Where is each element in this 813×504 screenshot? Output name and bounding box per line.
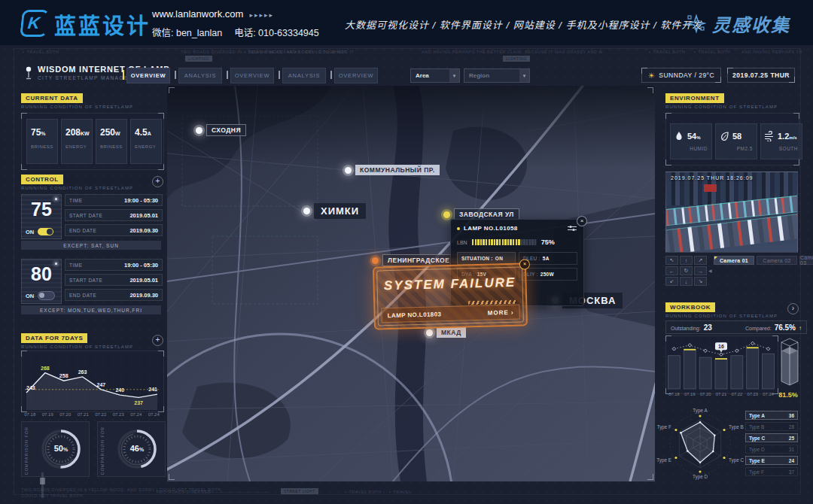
chevron-down-icon[interactable] — [449, 69, 459, 82]
map-pin-icon[interactable] — [372, 257, 379, 264]
workbook-bar-chart: 16 — [666, 336, 776, 390]
region-select[interactable]: Region — [464, 68, 530, 83]
svg-text:Type D: Type D — [693, 474, 708, 480]
outstanding-value: 23 — [704, 323, 712, 332]
more-button[interactable]: MORE › — [488, 308, 514, 316]
dpad-button-6[interactable]: ↙ — [665, 277, 678, 286]
brand-logo-text: 蓝蓝设计 — [54, 8, 151, 40]
panel-label-current-data: CURRENT DATA — [21, 93, 83, 103]
environment-card: 1.2m/sSOUTH — [760, 123, 802, 159]
control-add-button[interactable]: + — [152, 176, 163, 187]
schedule-row[interactable]: START DATE2019.05.01 — [65, 274, 163, 286]
close-icon[interactable]: × — [577, 216, 587, 226]
dpad-button-8[interactable]: ↘ — [694, 277, 707, 286]
legend-row-type-c[interactable]: Type C25 — [745, 433, 798, 442]
except-bar: EXCEPT: MON,TUE,WED,THUR,FRI — [21, 305, 161, 314]
dpad-button-3[interactable]: ← — [665, 266, 678, 275]
city-map[interactable]: СХОДНЯКОММУНАЛЬНЫЙ ПР.ХИМКИЗАВОДСКАЯ УЛЛ… — [167, 86, 655, 481]
weather-widget: SUNNDAY / 29°C — [641, 68, 721, 83]
camera-button-1[interactable]: Camera 01 — [714, 256, 754, 265]
env-name: PM2.5 — [716, 146, 753, 151]
website-link[interactable]: www.lanlanwork.com — [152, 8, 243, 20]
dpad-button-7[interactable]: ↓ — [680, 277, 693, 286]
x-tick: 07.19 — [682, 392, 698, 396]
map-label-мкад[interactable]: МКАД — [426, 327, 466, 338]
leaf-icon — [719, 131, 729, 141]
app-root: 蓝蓝设计 www.lanlanwork.com▸▸▸▸▸ 微信: ben_lan… — [0, 0, 813, 504]
legend-row-type-f[interactable]: Type F37 — [745, 467, 798, 476]
schedule-value: 19:00 - 05:30 — [124, 262, 158, 269]
dpad-button-0[interactable]: ↖ — [665, 256, 678, 265]
schedule-row[interactable]: END DATE2019.09.30 — [65, 289, 163, 301]
power-toggle[interactable] — [38, 291, 55, 300]
tab-overview-4[interactable]: OVERVIEW — [334, 68, 378, 83]
wechat-label: 微信: ben_lanlan — [152, 28, 222, 38]
workbook-next-button[interactable]: › — [787, 303, 799, 314]
dpad-button-4[interactable]: ↻ — [680, 266, 693, 275]
legend-row-type-b[interactable]: Type B28 — [745, 422, 798, 431]
collect-label: 灵感收集 — [712, 11, 790, 37]
map-pin-icon[interactable] — [303, 208, 310, 214]
camera-button-2[interactable]: Camera 02 — [757, 256, 797, 265]
dpad-button-1[interactable]: ↑ — [680, 256, 693, 265]
map-label-сходня[interactable]: СХОДНЯ — [196, 124, 246, 136]
camera-video-feed[interactable]: 2019.07.25 THUR 18:26:09 — [665, 172, 798, 253]
tab-analysis-1[interactable]: ANALYSIS — [178, 68, 222, 83]
panel-label-environment: ENVIRONMENT — [665, 93, 724, 103]
arrow-left-icon[interactable]: ◀ — [708, 268, 712, 273]
camera-button-3[interactable]: Camera 03 — [799, 256, 813, 265]
map-pin-icon[interactable] — [196, 127, 202, 134]
schedule-label: TIME — [69, 263, 83, 268]
panel-subtitle: RUNNING CONDITION OF STREETLAMP — [21, 105, 133, 109]
map-label-text: СХОДНЯ — [206, 124, 246, 136]
stat-unit: % — [41, 131, 45, 136]
workbook-stats: Outstanding:23 Compared:76.5%↑ — [665, 320, 807, 334]
sliders-icon[interactable] — [567, 225, 577, 232]
brightness-box: 75ON — [21, 194, 62, 239]
svg-text:258: 258 — [59, 373, 69, 378]
schedule-row[interactable]: TIME19:00 - 05:30 — [65, 194, 163, 206]
schedule-row[interactable]: TIME19:00 - 05:30 — [65, 259, 163, 271]
chart-add-button[interactable]: + — [152, 335, 163, 346]
map-label-химки[interactable]: ХИМКИ — [303, 203, 366, 219]
schedule-label: TIME — [69, 198, 83, 203]
dpad-button-5[interactable]: → — [694, 266, 707, 275]
environment-card: 58PM2.5 — [715, 123, 757, 159]
panel-subtitle: RUNNING CONDITION OF STREETLAMP — [21, 345, 133, 349]
legend-label: Type D — [749, 447, 765, 452]
area-select-value: Area — [411, 72, 449, 79]
map-label-text: ХИМКИ — [314, 203, 366, 219]
status-dot-icon — [457, 227, 460, 230]
schedule-row[interactable]: END DATE2019.09.30 — [65, 224, 163, 236]
chevron-down-icon[interactable] — [519, 69, 529, 82]
percent-sign: % — [63, 447, 68, 452]
system-failure-alert: SYSTEM FAILURE LAMP NO.L01803 MORE › × — [373, 263, 528, 329]
tab-overview-2[interactable]: OVERVIEW — [230, 68, 274, 83]
area-select[interactable]: Area — [410, 68, 460, 83]
legend-row-type-d[interactable]: Type D31 — [745, 445, 798, 454]
map-pin-icon[interactable] — [443, 211, 450, 218]
svg-text:243: 243 — [26, 385, 35, 390]
tab-analysis-3[interactable]: ANALYSIS — [282, 68, 326, 83]
legend-row-type-e[interactable]: Type E24 — [745, 456, 798, 465]
map-pin-icon[interactable] — [426, 329, 433, 336]
power-state-label: ON — [26, 229, 34, 235]
legend-value: 24 — [789, 458, 794, 463]
power-toggle[interactable] — [38, 228, 53, 235]
map-pin-icon[interactable] — [345, 167, 352, 174]
brand-website[interactable]: www.lanlanwork.com▸▸▸▸▸ — [152, 8, 274, 20]
deco-text: AND HAVING PERHAPS THE BETTER CLAIM, BEC… — [422, 50, 603, 54]
schedule-row[interactable]: START DATE2019.05.01 — [65, 209, 163, 221]
legend-row-type-a[interactable]: Type A36 — [745, 411, 798, 420]
inspiration-collect[interactable]: 灵感收集 — [687, 11, 790, 37]
weather-text: SUNNDAY / 29°C — [659, 71, 714, 79]
map-label-коммунальный пр.[interactable]: КОММУНАЛЬНЫЙ ПР. — [345, 165, 440, 175]
dpad-button-2[interactable]: ↗ — [694, 256, 707, 265]
tab-overview-0[interactable]: OVERVIEW — [126, 68, 170, 83]
lamp-prop-value: 250W — [540, 272, 554, 277]
seven-days-line-chart: 243268258263247240237241 — [22, 351, 162, 410]
sparkle-star-icon — [687, 14, 706, 34]
stat-unit: W — [115, 131, 120, 136]
brightness-bar — [472, 239, 537, 245]
schedule-value: 2019.09.30 — [129, 292, 158, 299]
